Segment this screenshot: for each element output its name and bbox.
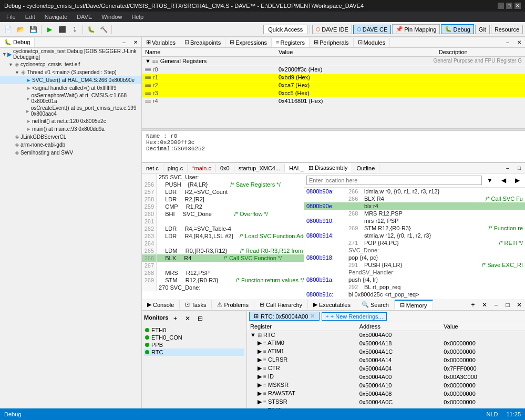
memory-row-rawstat[interactable]: ▶ ≡ RAWSTAT 0x50004A08 0x00000000 [247, 390, 525, 398]
tree-item-create-event[interactable]: ▸ osCreateEvent() at os_port_cmsis_rtos.… [0, 105, 141, 117]
memory-minimize-btn[interactable]: – [490, 299, 502, 311]
registers-panel-minimize[interactable]: – [502, 37, 513, 48]
tree-item-semaphore[interactable]: ▸ osSemaphoreWait() at rt_CMSIS.c:1.668 … [0, 92, 141, 105]
tab-startup[interactable]: startup_XMC4... [234, 164, 285, 172]
msksr-expand[interactable]: ▶ [258, 382, 262, 388]
tab-tasks[interactable]: ⊡ Tasks [180, 300, 212, 309]
step-button[interactable]: ⤵ [69, 24, 80, 35]
tab-hal-cm4[interactable]: HAL_CM4.S ✕ [285, 163, 304, 172]
add-monitor-btn[interactable]: + [467, 299, 479, 311]
reg-row-r3[interactable]: ≡≡ r3 0xcc5 (Hex) [142, 89, 525, 97]
monitor-ppb[interactable]: PPB [144, 341, 244, 349]
del-monitor-btn[interactable]: ✕ [182, 313, 193, 324]
id-expand[interactable]: ▶ [258, 373, 262, 380]
tree-item-semihosting[interactable]: ◈ Semihosting and SWV [0, 149, 141, 157]
remove-monitor-btn[interactable]: ✕ [479, 299, 490, 311]
memory-maximize-btn[interactable]: □ [502, 299, 513, 311]
tab-outline[interactable]: Outline [352, 164, 379, 172]
reg-row-r2[interactable]: ≡≡ r2 0xca7 (Hex) [142, 81, 525, 89]
disasm-maximize[interactable]: □ [513, 163, 525, 174]
add-monitor-item-btn[interactable]: + [169, 313, 181, 324]
build-button[interactable]: 🔨 [98, 24, 109, 35]
tab-expressions[interactable]: ⊟ Expressions [225, 38, 272, 47]
menu-window[interactable]: Window [97, 13, 126, 21]
tab-0x0[interactable]: 0x0 [216, 164, 234, 172]
tree-item-thread[interactable]: ▼ ◈ Thread #1 <main> (Suspended : Step) [0, 68, 141, 76]
monitor-rtc[interactable]: RTC [144, 349, 244, 356]
resource-button[interactable]: Resource [491, 25, 523, 34]
tab-executables[interactable]: ▶ Executables [308, 300, 356, 309]
tree-item-arm-gdb[interactable]: ◈ arm-none-eabi-gdb [0, 141, 141, 149]
registers-panel-close[interactable]: ✕ [513, 37, 525, 48]
menu-dave[interactable]: DAVE [73, 13, 96, 21]
tree-item-root[interactable]: ▼ ▶ cyclonetcp_cmsis_test Debug [GDB SEG… [0, 48, 141, 60]
git-button[interactable]: Git [475, 25, 490, 34]
tab-disassembly[interactable]: ⊞ Disassembly [304, 163, 352, 172]
reg-row-r1[interactable]: ≡≡ r1 0xbd9 (Hex) [142, 74, 525, 81]
tab-modules[interactable]: ⊡ Modules [354, 38, 390, 47]
rawstat-expand[interactable]: ▶ [258, 390, 262, 396]
debug-panel-minimize[interactable]: – [118, 37, 130, 48]
clear-monitor-btn[interactable]: ⊟ [194, 313, 206, 324]
reg-row-r4[interactable]: ≡≡ r4 0x4116801 (Hex) [142, 97, 525, 105]
close-rtc-tab-icon[interactable]: ✕ [310, 313, 315, 320]
save-button[interactable]: 💾 [27, 24, 39, 35]
menu-navigate[interactable]: Navigate [40, 13, 71, 21]
tab-registers[interactable]: ≡ Registers [272, 38, 310, 47]
tree-item-main[interactable]: ▸ main() at main.c:93 0x800dd9a [0, 125, 141, 133]
menu-edit[interactable]: Edit [21, 13, 39, 21]
memory-row-stssr[interactable]: ▶ ≡ STSSR 0x50004A0C 0x00000000 [247, 398, 525, 406]
tree-item-svc-user[interactable]: ▸ SVC_User() at HAL_CM4.S:266 0x800b90e [0, 76, 141, 84]
memory-row-ctr[interactable]: ▶ ≡ CTR 0x50004A04 0x7FFF0000 [247, 364, 525, 373]
tab-search[interactable]: 🔍 Search [356, 300, 395, 309]
tab-problems[interactable]: ⚠ Problems [212, 300, 254, 309]
maximize-button[interactable]: □ [506, 3, 512, 9]
tab-debug[interactable]: 🐛 Debug [0, 38, 35, 47]
rtc-root-row[interactable]: ▼ ⊞ RTC 0x50004A00 [247, 331, 525, 339]
reg-row-r0[interactable]: ≡≡ r0 0x2000ff3c (Hex) [142, 66, 525, 74]
rtc-memory-tab[interactable]: ⊞ RTC: 0x50004A00 ✕ [249, 312, 320, 321]
tab-memory[interactable]: ⊟ Memory [395, 300, 433, 310]
disasm-back-btn[interactable]: ◀ [498, 175, 509, 186]
new-button[interactable]: 📄 [2, 24, 14, 35]
dave-ce-button[interactable]: ⬡ DAVE CE [353, 25, 391, 34]
menu-file[interactable]: File [2, 13, 20, 21]
tree-item-netinit[interactable]: ▸ netInit() at net.c:120 0x8005e2c [0, 117, 141, 125]
tree-item-jlink[interactable]: ◈ JLinkGDBServerCL [0, 133, 141, 141]
atim1-expand[interactable]: ▶ [258, 348, 262, 354]
rtc-expand-icon[interactable]: ▼ [250, 332, 256, 338]
tab-net-c[interactable]: net.c [142, 164, 163, 172]
disasm-location-input[interactable] [306, 176, 482, 185]
tab-ping-c[interactable]: ping.c [163, 164, 188, 172]
tab-breakpoints[interactable]: ⊡ Breakpoints [180, 38, 225, 47]
minimize-button[interactable]: – [498, 3, 504, 9]
clrsr-expand[interactable]: ▶ [258, 356, 262, 363]
memory-row-msksr[interactable]: ▶ ≡ MSKSR 0x50004A10 0x00000000 [247, 381, 525, 390]
memory-row-clrsr[interactable]: ▶ ≡ CLRSR 0x50004A14 0x00000000 [247, 356, 525, 364]
memory-row-id[interactable]: ▶ ≡ ID 0x50004A00 0x00A3C000 [247, 373, 525, 381]
tab-main-c[interactable]: *main.c [188, 164, 216, 172]
debug-mode-button[interactable]: 🐛 Debug [441, 24, 473, 34]
tab-peripherals[interactable]: ⊞ Peripherals [310, 38, 354, 47]
disasm-forward-btn[interactable]: ▶ [511, 175, 523, 186]
menu-help[interactable]: Help [127, 13, 148, 21]
open-button[interactable]: 📂 [15, 24, 26, 35]
general-reg-expand[interactable]: ▼ [145, 58, 151, 64]
monitor-eth0[interactable]: ETH0 [144, 326, 244, 334]
pin-mapping-button[interactable]: 📌 Pin Mapping [392, 24, 440, 34]
atim0-expand[interactable]: ▶ [258, 340, 262, 346]
debug-button[interactable]: 🐛 [85, 24, 97, 35]
close-button[interactable]: ✕ [514, 3, 521, 9]
new-renderings-btn[interactable]: + + New Renderings... [322, 312, 386, 321]
ctr-expand[interactable]: ▶ [258, 365, 262, 371]
tab-console[interactable]: ▶ Console [142, 300, 180, 309]
tab-call-hierarchy[interactable]: ⊞ Call Hierarchy [254, 300, 308, 309]
memory-close-btn[interactable]: ✕ [513, 299, 525, 311]
memory-row-atim1[interactable]: ▶ ≡ ATIM1 0x50004A1C 0x00000000 [247, 347, 525, 356]
stssr-expand[interactable]: ▶ [258, 398, 262, 405]
tree-item-elf[interactable]: ▼ ◈ cyclonetcp_cmsis_test.elf [0, 60, 141, 68]
memory-row-atim0[interactable]: ▶ ≡ ATIM0 0x50004A18 0x00000000 [247, 339, 525, 347]
tree-item-signal[interactable]: ▸ <signal handler called>() at 0xfffffff… [0, 84, 141, 92]
disasm-go-btn[interactable]: ▼ [484, 175, 496, 186]
dave-ide-button[interactable]: ⬡ DAVE IDE [312, 25, 352, 34]
